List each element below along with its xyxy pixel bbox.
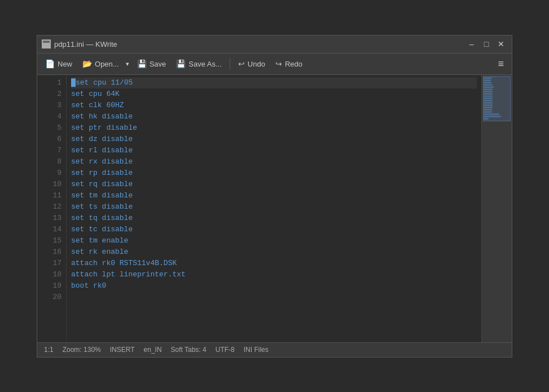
code-line: set rx disable <box>71 156 477 168</box>
toolbar: 📄 New 📂 Open... ▾ 💾 Save 💾 Save As... ↩ … <box>37 54 512 75</box>
new-icon: 📄 <box>45 59 55 68</box>
line-number: 5 <box>42 122 62 134</box>
open-group: 📂 Open... ▾ <box>78 57 131 71</box>
new-button[interactable]: 📄 New <box>41 57 77 71</box>
save-label: Save <box>150 60 166 68</box>
code-line: set hk disable <box>71 111 477 122</box>
redo-icon: ↪ <box>275 59 282 68</box>
line-number: 6 <box>42 134 62 145</box>
save-as-icon: 💾 <box>176 59 186 68</box>
line-number: 4 <box>42 111 62 122</box>
title-bar: pdp11.ini — KWrite – □ ✕ <box>37 36 512 54</box>
code-line: set tq disable <box>71 213 477 224</box>
code-line: set tm disable <box>71 190 477 201</box>
code-line: set rq disable <box>71 179 477 190</box>
line-number: 2 <box>42 89 62 100</box>
line-number: 9 <box>42 168 62 179</box>
open-icon: 📂 <box>82 59 92 68</box>
line-number: 19 <box>42 280 62 292</box>
zoom-level: Zoom: 130% <box>63 346 101 354</box>
close-button[interactable]: ✕ <box>495 38 507 50</box>
undo-label: Undo <box>248 60 265 68</box>
svg-rect-1 <box>43 41 50 43</box>
title-bar-controls: – □ ✕ <box>465 38 507 50</box>
line-number: 15 <box>42 235 62 246</box>
title-bar-left: pdp11.ini — KWrite <box>42 39 117 49</box>
line-number: 11 <box>42 190 62 201</box>
save-as-label: Save As... <box>188 60 222 68</box>
code-line: set rk enable <box>71 246 477 258</box>
code-line: boot rk0 <box>71 280 477 292</box>
code-line: set clk 60HZ <box>71 100 477 111</box>
text-cursor <box>71 78 76 87</box>
locale: en_IN <box>144 346 162 354</box>
code-line: set tm enable <box>71 235 477 246</box>
line-number: 7 <box>42 145 62 156</box>
line-number: 14 <box>42 224 62 235</box>
redo-label: Redo <box>285 60 302 68</box>
maximize-button[interactable]: □ <box>480 38 493 50</box>
save-icon: 💾 <box>137 59 147 68</box>
line-number: 18 <box>42 269 62 280</box>
line-number: 10 <box>42 179 62 190</box>
code-line: set ptr disable <box>71 122 477 134</box>
new-label: New <box>58 60 72 68</box>
minimap-viewport <box>483 76 511 121</box>
main-window: pdp11.ini — KWrite – □ ✕ 📄 New 📂 Open...… <box>37 35 512 358</box>
code-line: set cpu 64K <box>71 89 477 100</box>
code-line: set dz disable <box>71 134 477 145</box>
tab-settings: Soft Tabs: 4 <box>171 346 207 354</box>
cursor-position: 1:1 <box>44 346 54 354</box>
open-button[interactable]: 📂 Open... <box>78 57 124 71</box>
undo-button[interactable]: ↩ Undo <box>234 57 270 71</box>
code-line: set rp disable <box>71 168 477 179</box>
line-number: 12 <box>42 201 62 213</box>
line-numbers: 1234567891011121314151617181920 <box>37 75 67 342</box>
save-as-button[interactable]: 💾 Save As... <box>172 57 226 71</box>
line-number: 13 <box>42 213 62 224</box>
open-dropdown-button[interactable]: ▾ <box>124 58 131 70</box>
line-number: 20 <box>42 292 62 303</box>
line-number: 3 <box>42 100 62 111</box>
line-number: 8 <box>42 156 62 168</box>
toolbar-separator <box>230 58 230 70</box>
code-line: attach rk0 RSTS11v4B.DSK <box>71 258 477 269</box>
line-number: 16 <box>42 246 62 258</box>
code-line <box>71 292 477 303</box>
minimize-button[interactable]: – <box>465 38 478 50</box>
undo-icon: ↩ <box>238 59 245 68</box>
encoding: UTF-8 <box>216 346 235 354</box>
code-line: set rl disable <box>71 145 477 156</box>
edit-mode: INSERT <box>110 346 135 354</box>
line-number: 17 <box>42 258 62 269</box>
hamburger-menu-button[interactable]: ≡ <box>493 56 508 72</box>
line-number: 1 <box>42 77 62 89</box>
code-line: set tc disable <box>71 224 477 235</box>
file-type: INI Files <box>244 346 269 354</box>
status-bar: 1:1 Zoom: 130% INSERT en_IN Soft Tabs: 4… <box>37 342 512 357</box>
redo-button[interactable]: ↪ Redo <box>271 57 307 71</box>
code-area[interactable]: set cpu 11/05set cpu 64Kset clk 60HZset … <box>67 75 481 342</box>
window-icon <box>42 39 51 49</box>
minimap[interactable] <box>481 75 512 342</box>
window-title: pdp11.ini — KWrite <box>54 40 117 49</box>
open-label: Open... <box>95 60 119 68</box>
save-button[interactable]: 💾 Save <box>133 57 171 71</box>
code-line: attach lpt lineprinter.txt <box>71 269 477 280</box>
code-line: set ts disable <box>71 201 477 213</box>
editor-container: 1234567891011121314151617181920 set cpu … <box>37 75 512 342</box>
code-line: set cpu 11/05 <box>71 77 477 89</box>
